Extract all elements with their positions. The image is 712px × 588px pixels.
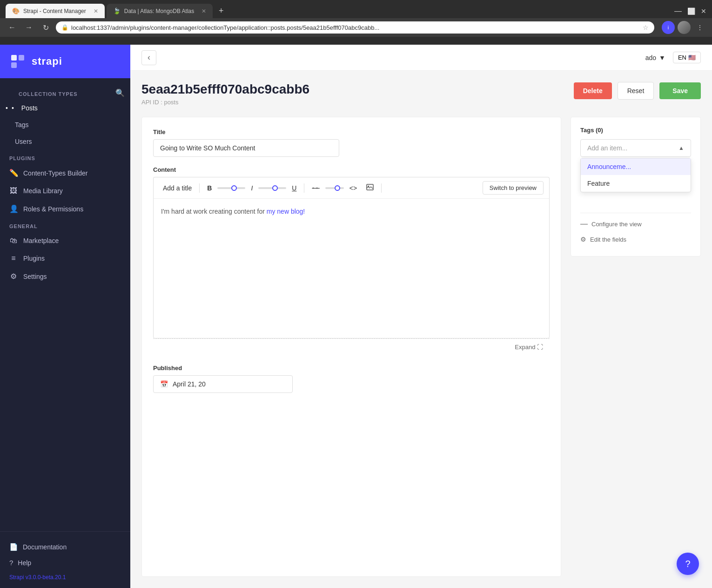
sidebar-item-documentation[interactable]: 📄 Documentation <box>9 539 121 555</box>
forward-nav-button[interactable]: → <box>22 21 35 34</box>
calendar-icon: 📅 <box>160 380 168 388</box>
sidebar-rp-label: Roles & Permissions <box>23 205 83 213</box>
back-nav-button[interactable]: ← <box>6 21 19 34</box>
code-button[interactable]: <> <box>346 182 361 194</box>
page-content: 5eaa21b5efff070abc9cabb6 API ID : posts … <box>130 71 712 588</box>
sidebar-posts-label: Posts <box>21 104 38 112</box>
dropdown-item-feature[interactable]: Feature <box>581 175 691 192</box>
refresh-nav-button[interactable]: ↻ <box>39 21 52 34</box>
help-fab-button[interactable]: ? <box>677 553 699 575</box>
dropdown-item-announcement[interactable]: Announceme... <box>581 158 691 175</box>
sidebar-item-users[interactable]: Users <box>0 133 130 150</box>
maximize-button[interactable]: ⬜ <box>687 7 695 15</box>
menu-button[interactable]: ⋮ <box>693 21 706 34</box>
image-icon: 🖼 <box>9 187 18 195</box>
sidebar-item-roles-permissions[interactable]: 👤 Roles & Permissions <box>0 200 130 218</box>
configure-view-link[interactable]: — Configure the view <box>580 213 691 232</box>
sidebar-ml-label: Media Library <box>23 187 63 195</box>
bold-button[interactable]: B <box>203 182 215 194</box>
help-icon: ? <box>9 559 13 567</box>
edit-fields-link[interactable]: ⚙ Edit the fields <box>580 232 691 247</box>
editor-content: I'm hard at work creating content for my… <box>161 206 542 216</box>
sidebar-tags-label: Tags <box>15 121 29 128</box>
title-label: Title <box>153 128 550 135</box>
right-panel: Tags (0) Add an item... ▲ <box>571 117 701 577</box>
address-text: localhost:1337/admin/plugins/content-man… <box>71 24 640 31</box>
address-bar[interactable]: 🔒 localhost:1337/admin/plugins/content-m… <box>56 21 654 34</box>
switch-preview-button[interactable]: Switch to preview <box>483 181 544 195</box>
bold-slider[interactable] <box>217 187 245 189</box>
lang-text: EN <box>678 54 686 61</box>
plugins-icon: ≡ <box>9 254 18 263</box>
sidebar-plugins-label: Plugins <box>23 255 45 262</box>
minimize-button[interactable]: — <box>674 7 682 15</box>
close-button[interactable]: ✕ <box>701 7 706 15</box>
sidebar-settings-label: Settings <box>23 273 47 280</box>
sidebar-ctb-label: Content-Types Builder <box>23 169 88 177</box>
strapi-logo-icon <box>9 53 26 70</box>
published-date: April 21, 20 <box>173 380 206 388</box>
tab2-label: Data | Atlas: MongoDB Atlas <box>124 8 195 14</box>
edit-fields-label: Edit the fields <box>590 236 626 243</box>
svg-rect-1 <box>19 55 24 61</box>
image-button[interactable] <box>363 182 377 194</box>
page-header: 5eaa21b5efff070abc9cabb6 API ID : posts … <box>141 82 701 106</box>
sidebar-users-label: Users <box>15 138 32 145</box>
title-field: Title <box>153 128 550 157</box>
sidebar-item-tags[interactable]: Tags <box>0 116 130 133</box>
header-actions: Delete Reset Save <box>574 82 701 100</box>
browser-tab-1[interactable]: 🎨 Strapi - Content Manager ✕ <box>6 4 105 18</box>
extensions-button[interactable]: i <box>662 21 675 34</box>
sidebar-item-posts[interactable]: • Posts <box>0 100 130 116</box>
sidebar-item-settings[interactable]: ⚙ Settings <box>0 267 130 285</box>
configure-view-label: Configure the view <box>591 221 642 228</box>
left-panel: Title Content Add a title B <box>141 117 561 577</box>
star-icon[interactable]: ☆ <box>643 24 649 31</box>
toolbar-separator-3 <box>381 183 382 193</box>
browser-title-bar: 🎨 Strapi - Content Manager ✕ 🍃 Data | At… <box>0 0 712 18</box>
sidebar-item-plugins[interactable]: ≡ Plugins <box>0 250 130 267</box>
tab1-close[interactable]: ✕ <box>94 8 98 14</box>
api-id: API ID : posts <box>141 99 309 106</box>
content-field: Content Add a title B I <box>153 166 550 355</box>
save-button[interactable]: Save <box>659 82 701 99</box>
user-menu[interactable]: ado ▼ <box>645 54 665 61</box>
browser-nav-bar: ← → ↻ 🔒 localhost:1337/admin/plugins/con… <box>0 18 712 37</box>
italic-button[interactable]: I <box>247 182 256 194</box>
app-layout: strapi COLLECTION TYPES 🔍 • Posts Tags U… <box>0 45 712 588</box>
back-button[interactable]: ‹ <box>141 50 156 65</box>
language-selector[interactable]: EN 🇺🇸 <box>673 52 701 63</box>
editor-body[interactable]: I'm hard at work creating content for my… <box>153 199 550 338</box>
italic-slider[interactable] <box>258 187 286 189</box>
new-tab-button[interactable]: + <box>215 5 228 18</box>
content-link[interactable]: my new blog! <box>267 208 305 215</box>
strikethrough-button[interactable]: ~~ <box>308 182 323 194</box>
sidebar-item-help[interactable]: ? Help <box>9 555 121 570</box>
profile-button[interactable] <box>678 21 691 34</box>
main-row: Title Content Add a title B <box>141 117 701 577</box>
sidebar-item-content-types-builder[interactable]: ✏️ Content-Types Builder <box>0 164 130 182</box>
strike-slider[interactable] <box>325 187 344 189</box>
main-content: ‹ ado ▼ EN 🇺🇸 5eaa21b5efff070abc9cabb6 <box>130 45 712 588</box>
sidebar-item-marketplace[interactable]: 🛍 Marketplace <box>0 232 130 250</box>
user-icon: 👤 <box>9 204 18 213</box>
pencil-icon: ✏️ <box>9 169 18 177</box>
title-input[interactable] <box>153 139 339 157</box>
sidebar: strapi COLLECTION TYPES 🔍 • Posts Tags U… <box>0 45 130 588</box>
delete-button[interactable]: Delete <box>574 82 612 99</box>
panel-links: — Configure the view ⚙ Edit the fields <box>580 213 691 247</box>
sidebar-item-media-library[interactable]: 🖼 Media Library <box>0 182 130 200</box>
underline-button[interactable]: U <box>288 182 300 194</box>
help-label: Help <box>18 559 31 567</box>
tags-dropdown-menu: Announceme... Feature <box>580 158 691 192</box>
sidebar-footer: 📄 Documentation ? Help Strapi v3.0.0-bet… <box>0 531 130 588</box>
reset-button[interactable]: Reset <box>618 82 654 100</box>
browser-tab-2[interactable]: 🍃 Data | Atlas: MongoDB Atlas ✕ <box>107 4 213 18</box>
date-picker[interactable]: 📅 April 21, 20 <box>153 375 293 393</box>
add-title-button[interactable]: Add a title <box>159 182 195 194</box>
add-item-dropdown[interactable]: Add an item... ▲ <box>580 139 691 157</box>
posts-bullet: • <box>12 104 14 112</box>
expand-button[interactable]: Expand ⛶ <box>515 344 543 351</box>
sidebar-search-button[interactable]: 🔍 <box>115 88 125 97</box>
tab2-close[interactable]: ✕ <box>202 8 206 14</box>
